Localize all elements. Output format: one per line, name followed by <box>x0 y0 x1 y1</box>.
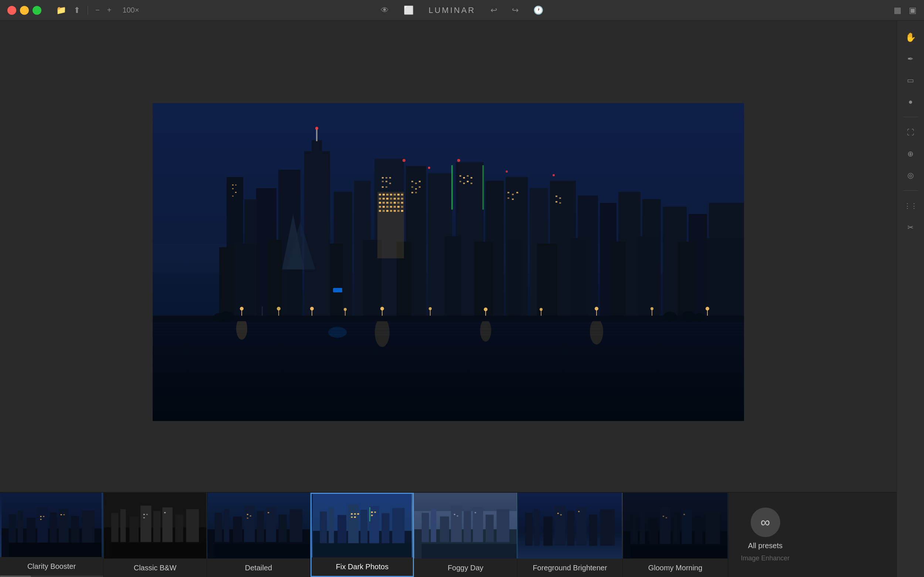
svg-rect-179 <box>9 543 101 557</box>
svg-point-141 <box>539 308 542 311</box>
scissors-tool-button[interactable]: ✂ <box>901 218 920 237</box>
undo-icon[interactable]: ↩ <box>491 6 497 15</box>
svg-rect-69 <box>394 198 396 200</box>
svg-rect-90 <box>394 210 396 212</box>
svg-rect-70 <box>397 198 399 200</box>
svg-rect-259 <box>600 509 615 546</box>
svg-rect-211 <box>247 514 248 515</box>
svg-rect-73 <box>383 202 385 204</box>
transform-tool-button[interactable]: ⊕ <box>901 145 920 163</box>
svg-rect-195 <box>111 543 206 559</box>
svg-rect-46 <box>232 188 233 189</box>
svg-point-165 <box>214 313 225 322</box>
minimize-button[interactable] <box>20 6 29 15</box>
svg-rect-226 <box>351 513 353 515</box>
svg-rect-109 <box>507 192 509 193</box>
svg-rect-224 <box>392 508 404 543</box>
plus-icon[interactable]: + <box>107 6 112 15</box>
svg-rect-107 <box>467 181 468 182</box>
svg-rect-266 <box>640 511 646 544</box>
svg-point-159 <box>328 327 347 338</box>
maximize-button[interactable] <box>32 6 42 15</box>
zoom-level[interactable]: 100× <box>122 6 139 15</box>
svg-rect-203 <box>224 509 230 542</box>
grid-tool-button[interactable]: ⋮⋮ <box>901 197 920 215</box>
hand-tool-button[interactable]: ✋ <box>901 28 920 47</box>
erase-tool-button[interactable]: ◎ <box>901 166 920 184</box>
svg-rect-193 <box>175 514 184 542</box>
svg-point-143 <box>595 307 598 311</box>
folder-icon[interactable]: 📁 <box>56 6 66 15</box>
redo-icon[interactable]: ↪ <box>512 6 518 15</box>
share-icon[interactable]: ⬆ <box>74 6 80 15</box>
svg-rect-175 <box>50 512 57 543</box>
preset-label-bw: Classic B&W <box>103 559 207 577</box>
svg-rect-207 <box>266 508 276 542</box>
svg-rect-267 <box>649 518 658 544</box>
spot-icon: ● <box>908 98 913 106</box>
brush-tool-button[interactable]: ✒ <box>901 50 920 68</box>
preset-item-clarity-booster[interactable]: Clarity Booster <box>0 493 103 577</box>
preview-icon[interactable]: 👁 <box>381 6 389 15</box>
svg-rect-268 <box>660 508 671 544</box>
brush-icon: ✒ <box>907 54 914 63</box>
preset-item-foreground-brightener[interactable]: Foreground Brightener <box>517 493 623 577</box>
svg-rect-232 <box>374 512 376 513</box>
preset-label-clarity: Clarity Booster <box>0 557 103 575</box>
svg-rect-45 <box>235 184 237 185</box>
svg-rect-221 <box>361 510 367 543</box>
svg-point-158 <box>590 319 603 345</box>
svg-rect-104 <box>470 177 472 179</box>
svg-rect-5 <box>304 151 330 332</box>
panel-icon[interactable]: ▣ <box>909 6 917 15</box>
preset-item-fix-dark-photos[interactable]: Fix Dark Photos <box>311 493 414 577</box>
svg-rect-272 <box>705 511 720 544</box>
grid-layout-icon[interactable]: ▦ <box>894 6 901 15</box>
svg-rect-174 <box>37 507 48 543</box>
svg-rect-214 <box>247 517 248 519</box>
svg-point-156 <box>375 318 390 347</box>
all-presets-label: All presets <box>748 542 782 550</box>
preset-thumb-bw <box>103 493 207 559</box>
svg-rect-74 <box>386 202 388 204</box>
preset-item-foggy-day[interactable]: Foggy Day <box>414 493 517 577</box>
split-view-icon[interactable]: ⬜ <box>404 6 414 15</box>
title-bar: 📁 ⬆ − + 100× 👁 ⬜ LUMINAR ↩ ↪ 🕐 ▦ ▣ <box>0 0 924 21</box>
city-photo <box>153 103 744 421</box>
svg-rect-227 <box>354 513 356 515</box>
svg-rect-98 <box>419 186 420 188</box>
minus-icon[interactable]: − <box>95 6 100 15</box>
svg-rect-62 <box>394 194 396 195</box>
svg-rect-51 <box>389 177 391 179</box>
svg-rect-178 <box>82 511 95 543</box>
history-icon[interactable]: 🕐 <box>533 6 543 15</box>
all-presets-button[interactable]: ∞ All presets Image Enhancer <box>728 493 802 577</box>
svg-rect-52 <box>382 181 384 182</box>
svg-rect-276 <box>683 514 685 515</box>
svg-rect-269 <box>673 513 680 544</box>
svg-rect-85 <box>401 206 403 208</box>
preset-thumb-detailed <box>207 493 310 559</box>
svg-rect-229 <box>351 516 353 518</box>
svg-rect-67 <box>386 198 388 200</box>
svg-rect-242 <box>464 511 471 542</box>
crop-tool-button[interactable]: ⛶ <box>901 123 920 142</box>
preset-item-classic-bw[interactable]: Classic B&W <box>103 493 207 577</box>
svg-rect-204 <box>233 516 242 542</box>
svg-rect-205 <box>244 506 255 542</box>
svg-rect-219 <box>338 515 346 543</box>
svg-rect-93 <box>411 181 413 182</box>
svg-rect-54 <box>389 182 391 184</box>
preset-thumb-foreground <box>517 493 622 559</box>
svg-rect-218 <box>328 508 334 543</box>
close-button[interactable] <box>7 6 16 15</box>
preset-item-gloomy-morning[interactable]: Gloomy Morning <box>623 493 728 577</box>
svg-rect-240 <box>440 516 449 542</box>
svg-rect-71 <box>401 198 403 200</box>
svg-point-167 <box>681 311 696 322</box>
rect-select-tool-button[interactable]: ▭ <box>901 71 920 89</box>
svg-rect-210 <box>215 544 310 559</box>
spot-tool-button[interactable]: ● <box>901 92 920 111</box>
svg-rect-198 <box>143 517 145 518</box>
preset-item-detailed[interactable]: Detailed <box>207 493 311 577</box>
